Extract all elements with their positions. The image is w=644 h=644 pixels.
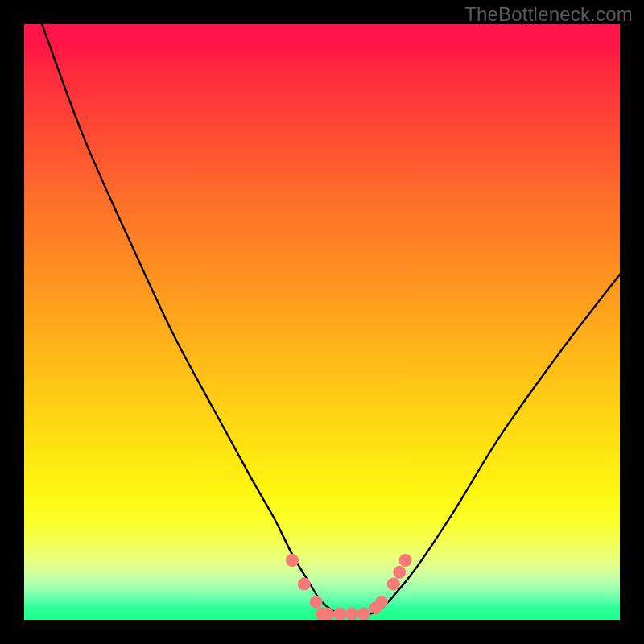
- plot-area: [24, 24, 620, 620]
- marker-layer: [286, 554, 412, 620]
- curve-svg: [24, 24, 620, 620]
- chart-frame: TheBottleneck.com: [0, 0, 644, 644]
- curve-marker: [345, 608, 358, 620]
- curve-marker: [321, 608, 334, 620]
- curve-marker: [310, 596, 323, 609]
- curve-marker: [286, 554, 299, 567]
- curve-marker: [399, 554, 412, 567]
- curve-marker: [375, 596, 388, 609]
- curve-marker: [333, 608, 346, 620]
- bottleneck-curve-path: [42, 24, 620, 615]
- curve-marker: [393, 566, 406, 579]
- curve-marker: [357, 608, 370, 620]
- curve-marker: [298, 578, 311, 591]
- curve-marker: [387, 578, 400, 591]
- watermark-label: TheBottleneck.com: [464, 3, 633, 26]
- line-layer: [42, 24, 620, 615]
